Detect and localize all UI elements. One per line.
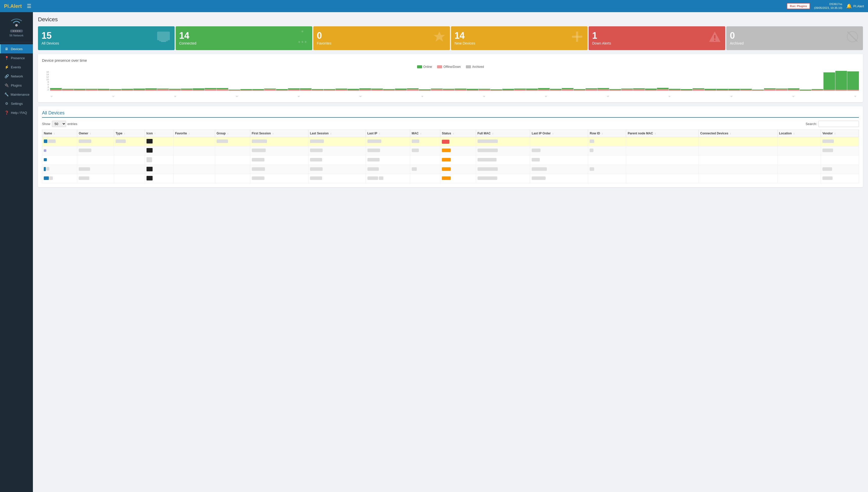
stat-card-favorites[interactable]: 0 Favorites	[313, 26, 450, 50]
offline-bar	[86, 90, 97, 91]
sidebar-item-plugins[interactable]: 🔌 Plugins	[0, 81, 33, 90]
y-label-10: 10	[42, 78, 50, 81]
offline-bar	[395, 90, 407, 91]
col-row-id[interactable]: Row ID ↕	[588, 130, 626, 137]
offline-bar	[169, 90, 181, 91]
col-name[interactable]: Name ↕	[42, 130, 77, 137]
bar-group	[169, 71, 181, 91]
favorites-icon	[432, 30, 446, 46]
col-type[interactable]: Type ↕	[114, 130, 145, 137]
cell-vendor	[821, 165, 859, 174]
col-mac[interactable]: MAC ↕	[410, 130, 440, 137]
stat-card-down-alerts[interactable]: 1 Down Alerts	[589, 26, 725, 50]
cell-vendor	[821, 137, 859, 146]
y-label-12: 12	[42, 76, 50, 78]
chart-area: 16 14 12 10 8 6 4 2	[42, 71, 859, 96]
legend-offline-label: Offline/Down	[443, 65, 461, 69]
col-favorite[interactable]: Favorite ↕	[173, 130, 215, 137]
cell-type	[114, 137, 145, 146]
stat-card-connected[interactable]: 14 Connected	[176, 26, 312, 50]
col-first-session[interactable]: First Session ↕	[250, 130, 308, 137]
col-location[interactable]: Location ↕	[777, 130, 821, 137]
hamburger-button[interactable]: ☰	[27, 3, 31, 9]
offline-bar	[62, 90, 74, 91]
legend-archived: Archived	[466, 65, 484, 69]
cell-last-ip-order	[530, 174, 588, 183]
sidebar-item-settings[interactable]: ⚙ Settings	[0, 99, 33, 108]
online-bar	[823, 72, 835, 90]
offline-bar	[669, 90, 680, 91]
search-input[interactable]	[818, 121, 859, 127]
col-owner[interactable]: Owner ↕	[77, 130, 114, 137]
run-plugins-button[interactable]: Run: Plugins	[787, 3, 810, 9]
bar-group	[538, 71, 550, 91]
col-group[interactable]: Group ↕	[215, 130, 250, 137]
cell-location	[777, 165, 821, 174]
bar-group	[633, 71, 645, 91]
svg-point-6	[305, 41, 306, 43]
cell-row-id	[588, 165, 626, 174]
offline-bar	[312, 90, 323, 91]
x-label: 03:15	[359, 96, 365, 97]
sidebar-item-events[interactable]: ⚡ Events	[0, 63, 33, 72]
col-last-ip-order[interactable]: Last IP Order ↕	[530, 130, 588, 137]
legend-online-label: Online	[423, 65, 432, 69]
bar-group	[716, 71, 728, 91]
cell-row-id	[588, 137, 626, 146]
sidebar-item-maintenance[interactable]: 🔧 Maintenance	[0, 90, 33, 99]
svg-point-4	[298, 41, 300, 43]
col-vendor[interactable]: Vendor ↕	[821, 130, 859, 137]
offline-bar	[50, 90, 62, 91]
sidebar-item-devices[interactable]: 🖥 Devices	[0, 44, 33, 53]
cell-mac	[410, 137, 440, 146]
sidebar-item-help[interactable]: ❓ Help / FAQ	[0, 108, 33, 117]
legend-online-dot	[417, 65, 422, 68]
svg-rect-10	[572, 36, 582, 38]
svg-point-0	[15, 24, 18, 27]
sidebar-item-presence[interactable]: 📍 Presence	[0, 53, 33, 63]
sidebar-item-network-label: Network	[11, 74, 23, 78]
bar-group	[847, 71, 859, 91]
bar-group	[835, 71, 847, 91]
stat-card-all[interactable]: 15 All Devices	[38, 26, 175, 50]
offline-bar	[407, 89, 419, 91]
x-label: 10:03	[854, 96, 859, 97]
col-last-ip[interactable]: Last IP ↕	[366, 130, 410, 137]
cell-connected	[699, 174, 777, 183]
col-status[interactable]: Status ↕	[440, 130, 476, 137]
table-show: Show 50 10 25 100 entries	[42, 121, 77, 127]
stat-card-new-devices[interactable]: 14 New Devices	[451, 26, 588, 50]
bar-group	[300, 71, 312, 91]
bar-group	[407, 71, 419, 91]
cell-last-ip-order	[530, 146, 588, 155]
offline-bar	[252, 90, 264, 91]
devices-icon: 🖥	[4, 47, 9, 51]
cell-owner	[77, 174, 114, 183]
col-full-mac[interactable]: Full MAC ↕	[476, 130, 530, 137]
offline-bar	[431, 89, 443, 91]
stat-fav-label: Favorites	[317, 41, 331, 45]
entries-select[interactable]: 50 10 25 100	[52, 121, 66, 127]
table-row	[42, 165, 859, 174]
stat-fav-number: 0	[317, 31, 331, 40]
sidebar-item-devices-label: Devices	[11, 47, 23, 51]
stat-card-archived[interactable]: 0 Archived	[726, 26, 863, 50]
offline-bar	[693, 89, 704, 91]
offline-bar	[324, 90, 335, 91]
bar-group	[133, 71, 145, 91]
col-parent-node[interactable]: Parent node MAC ↕	[626, 130, 699, 137]
cell-icon	[145, 137, 173, 146]
col-connected-devices[interactable]: Connected Devices ↕	[699, 130, 777, 137]
table-wrapper: Name ↕ Owner ↕ Type ↕ Icon ↑ Favorite ↕ …	[42, 129, 859, 183]
bar-group	[657, 71, 669, 91]
cell-last-session	[308, 165, 366, 174]
sidebar-item-maintenance-label: Maintenance	[10, 93, 29, 96]
cell-row-id	[588, 146, 626, 155]
svg-point-13	[714, 40, 715, 41]
bar-group	[217, 71, 228, 91]
col-last-session[interactable]: Last Session ↕	[308, 130, 366, 137]
sidebar-item-network[interactable]: 🔗 Network	[0, 72, 33, 81]
x-label: 00:40	[174, 96, 179, 97]
presence-icon: 📍	[4, 56, 9, 60]
col-icon[interactable]: Icon ↑	[145, 130, 173, 137]
